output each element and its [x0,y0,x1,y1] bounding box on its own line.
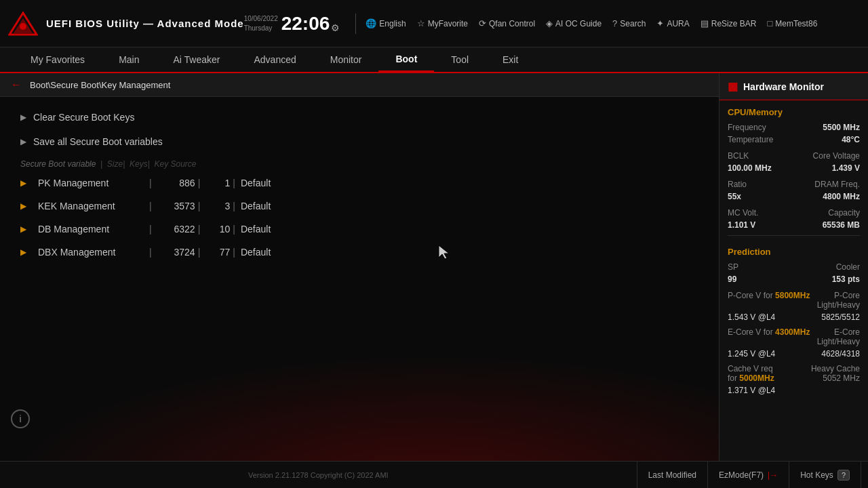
nav-search[interactable]: ? Search [608,16,650,31]
mc-volt-value: 1.101 V [728,220,755,230]
pk-management-row[interactable]: ▶ PK Management | 886 | 1 | Default [20,171,719,195]
hot-keys-btn[interactable]: Hot Keys ? [789,462,861,489]
nav-aura[interactable]: ✦ AURA [652,16,693,31]
nav-search-label: Search [620,19,646,28]
kek-management-label: KEK Management [38,201,146,211]
left-panel: ← Boot\Secure Boot\Key Management ▶ Clea… [0,73,719,461]
menu-boot[interactable]: Boot [378,47,434,73]
core-voltage-label: Core Voltage [813,151,860,161]
save-vars-label: Save all Secure Boot variables [33,136,163,147]
dbx-keys: 77 [203,247,230,258]
sp-val-row: 99 153 pts [719,273,868,285]
dbx-management-label: DBX Management [38,247,146,258]
sp-value: 99 [728,274,736,284]
fan-icon: ⟳ [479,18,486,28]
menu-ai-tweaker[interactable]: Ai Tweaker [156,47,237,73]
nav-english[interactable]: 🌐 English [361,16,410,31]
bclk-value: 100.00 MHz [728,163,772,173]
core-voltage-value: 1.439 V [832,163,860,173]
monitor-icon: ▦ [728,80,738,93]
save-secure-boot-vars[interactable]: ▶ Save all Secure Boot variables [0,129,719,154]
capacity-value: 65536 MB [823,220,860,230]
kek-size: 3573 [155,201,195,211]
menu-monitor[interactable]: Monitor [313,47,379,73]
bclk-val-row: 100.00 MHz 1.439 V [719,162,868,174]
arrow-icon: ▶ [20,113,26,122]
secure-boot-table: ▶ PK Management | 886 | 1 | Default ▶ KE… [0,171,719,264]
gear-icon: ⚙ [331,22,340,33]
aura-icon: ✦ [656,18,664,28]
last-modified-btn[interactable]: Last Modified [637,462,708,489]
cooler-label: Cooler [836,262,860,272]
version-text: Version 2.21.1278 Copyright (C) 2022 AMI [248,471,389,479]
last-modified-label: Last Modified [648,470,696,480]
ratio-val-row: 55x 4800 MHz [719,190,868,203]
hw-monitor-title: ▦ Hardware Monitor [719,73,868,100]
pcore-val-row: 1.543 V @L4 5825/5512 [719,311,868,323]
ecore-row: E-Core V for 4300MHz E-CoreLight/Heavy [719,326,868,348]
ratio-row: Ratio DRAM Freq. [719,178,868,190]
pcore-lh-label: P-CoreLight/Heavy [817,291,860,310]
pk-source: Default [241,178,271,188]
memtest-icon: □ [767,18,772,28]
bclk-row: BCLK Core Voltage [719,150,868,162]
prediction-section: Prediction [719,240,868,261]
pk-arrow-icon: ▶ [20,178,31,188]
pk-keys: 1 [203,178,230,188]
nav-aioc[interactable]: ◈ AI OC Guide [542,16,606,31]
cache-freq: 5000MHz [739,373,774,383]
breadcrumb-path: Boot\Secure Boot\Key Management [30,80,170,90]
cooler-value: 153 pts [832,274,860,284]
logo-area: UEFI BIOS Utility — Advanced Mode [7,10,244,37]
cache-v-label: Cache V reqfor 5000MHz [728,364,774,383]
menu-exit[interactable]: Exit [486,47,535,73]
header-divider [355,14,356,34]
nav-myfavorite[interactable]: ☆ MyFavorite [413,16,472,31]
nav-resizebar[interactable]: ▤ ReSize BAR [696,16,761,31]
nav-memtest[interactable]: □ MemTest86 [763,16,821,31]
search-icon: ? [612,18,617,28]
mc-volt-row: MC Volt. Capacity [719,207,868,219]
kek-source: Default [241,201,271,211]
menu-advanced[interactable]: Advanced [237,47,313,73]
svg-point-2 [20,23,26,30]
clear-secure-boot-keys[interactable]: ▶ Clear Secure Boot Keys [0,105,719,129]
nav-qfan-label: Qfan Control [489,19,535,28]
frequency-value: 5500 MHz [823,123,860,132]
menu-tool[interactable]: Tool [434,47,486,73]
mc-volt-val-row: 1.101 V 65536 MB [719,219,868,231]
back-button[interactable]: ← [11,79,22,91]
dbx-management-row[interactable]: ▶ DBX Management | 3724 | 77 | Default [20,241,719,264]
info-icon[interactable]: i [11,409,30,428]
dbx-source: Default [241,247,271,258]
star-icon: ☆ [417,18,425,28]
top-nav: 🌐 English ☆ MyFavorite ⟳ Qfan Control ◈ … [361,16,861,31]
ez-mode-icon: |→ [768,470,778,480]
ez-mode-label: EzMode(F7) [719,470,764,480]
pk-size: 886 [155,178,195,188]
menu-my-favorites[interactable]: My Favorites [14,47,102,73]
pcore-v-label: P-Core V for 5800MHz [728,291,810,310]
footer-buttons: Last Modified EzMode(F7) |→ Hot Keys ? [637,462,861,489]
ez-mode-btn[interactable]: EzMode(F7) |→ [708,462,789,489]
pcore-row: P-Core V for 5800MHz P-CoreLight/Heavy [719,289,868,311]
kek-keys: 3 [203,201,230,211]
temperature-label: Temperature [728,135,773,144]
ecore-lh-label: E-CoreLight/Heavy [817,327,860,346]
menu-main[interactable]: Main [102,47,156,73]
kek-management-row[interactable]: ▶ KEK Management | 3573 | 3 | Default [20,195,719,218]
bclk-label: BCLK [728,151,749,161]
date-text: 10/06/2022Thursday [244,14,278,33]
db-management-row[interactable]: ▶ DB Management | 6322 | 10 | Default [20,218,719,241]
nav-aioc-label: AI OC Guide [555,19,601,28]
db-keys: 10 [203,224,230,235]
hot-keys-key: ? [837,470,850,481]
clear-keys-label: Clear Secure Boot Keys [33,112,134,123]
nav-qfan[interactable]: ⟳ Qfan Control [475,16,539,31]
ecore-val-row: 1.245 V @L4 4628/4318 [719,348,868,360]
dram-freq-label: DRAM Freq. [814,180,860,189]
ai-icon: ◈ [546,18,553,28]
main-content: ← Boot\Secure Boot\Key Management ▶ Clea… [0,73,868,461]
frequency-label: Frequency [728,123,766,132]
ecore-v-label: E-Core V for 4300MHz [728,327,810,346]
